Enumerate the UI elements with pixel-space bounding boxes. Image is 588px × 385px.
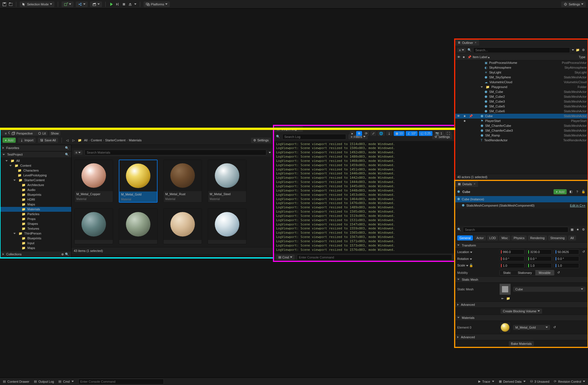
outliner-row[interactable]: ▣PostProcessVolumePostProcessVolur — [455, 60, 588, 65]
outliner-tab[interactable]: ≣ Outliner× — [455, 40, 479, 46]
cb-tree-item[interactable]: 📁Maps — [0, 246, 71, 250]
help-icon[interactable]: ? — [575, 190, 579, 194]
rotation-x-input[interactable]: 0.0 ° — [499, 256, 524, 261]
filter-misc[interactable]: Misc — [499, 235, 510, 241]
close-icon[interactable]: × — [298, 127, 300, 131]
use-selected-icon[interactable]: ⇤ — [501, 297, 505, 301]
add-icon[interactable]: ⊕ — [61, 252, 64, 256]
materials-header[interactable]: Materials — [455, 315, 588, 321]
material-thumb[interactable] — [499, 322, 511, 333]
log-cmd-input[interactable] — [297, 254, 452, 260]
cb-tree-item[interactable]: 📁ThirdPerson — [0, 231, 71, 236]
trace-dropdown[interactable]: ▶ Trace — [478, 380, 494, 383]
location-y-input[interactable]: 3230.0 — [527, 249, 552, 254]
log-search-input[interactable] — [282, 134, 346, 140]
platforms-dropdown[interactable]: Platforms — [144, 1, 170, 7]
cb-add-button[interactable]: + Add — [3, 138, 16, 143]
breadcrumb-item[interactable]: All — [84, 138, 87, 142]
cb-tree-item[interactable]: 📁Characters — [0, 168, 71, 173]
mobility-stationary[interactable]: Stationary — [514, 270, 536, 275]
cb-search-input[interactable] — [85, 150, 266, 155]
breadcrumb[interactable]: All›Content›StarterContent›Materials — [84, 138, 142, 142]
asset-tile[interactable] — [208, 208, 246, 244]
cb-tree-item[interactable]: 📁Input — [0, 241, 71, 246]
pin-col-icon[interactable]: ★ — [462, 55, 467, 59]
scale-z-input[interactable]: 1.0 — [554, 263, 579, 268]
add-content-dropdown[interactable]: + — [62, 1, 74, 7]
cb-tree-item[interactable]: 📁Props — [0, 217, 71, 221]
static-mesh-header[interactable]: Static Mesh — [455, 276, 588, 283]
details-search-input[interactable] — [463, 227, 568, 233]
log-cmd-dropdown[interactable]: ▤ Cmd — [276, 254, 295, 260]
asset-tile[interactable]: M_Metal_SteelMaterial — [208, 160, 246, 203]
cb-tree-item[interactable]: 📁StarterContent — [0, 178, 71, 183]
type-header[interactable]: Type — [579, 55, 585, 59]
surface-snap-icon[interactable]: ⭳ — [386, 131, 393, 136]
edit-in-cpp-link[interactable]: Edit in C++ — [570, 204, 585, 207]
cb-import-button[interactable]: ⭳ Import — [18, 138, 36, 143]
filter-lod[interactable]: LOD — [487, 235, 498, 241]
lit-dropdown[interactable]: Lit — [36, 131, 48, 136]
outliner-row[interactable]: TTextRenderActorTextRenderActor — [455, 138, 588, 142]
browse-to-icon[interactable]: 📁 — [506, 297, 510, 301]
history-back-icon[interactable]: ◁ — [65, 138, 69, 142]
outliner-row[interactable]: ⬢SM_Cube5StaticMeshActor — [455, 104, 588, 109]
cb-tree-item[interactable]: 📁Shapes — [0, 221, 71, 226]
settings-icon[interactable]: ⚙ — [581, 228, 585, 232]
reset-icon[interactable]: ↺ — [557, 271, 561, 275]
lock-icon[interactable]: 🔓 — [581, 190, 585, 194]
cb-tree-item[interactable]: 📁All — [0, 158, 71, 163]
search-icon[interactable]: 🔍 — [65, 153, 69, 156]
cmd-dropdown[interactable]: ▤ Cmd — [58, 380, 74, 383]
cb-tree-item[interactable]: 📁Blueprints — [0, 192, 71, 197]
cinematics-dropdown[interactable] — [90, 1, 102, 7]
asset-tile[interactable]: M_Metal_CopperMaterial — [74, 160, 113, 203]
item-label-header[interactable]: Item Label ▴ — [473, 55, 490, 59]
close-icon[interactable]: × — [474, 182, 475, 186]
rotate-tool-icon[interactable]: ⟳ — [363, 131, 369, 136]
asset-tile[interactable] — [74, 208, 113, 244]
blocking-volume-dropdown[interactable]: Create Blocking Volume — [501, 309, 542, 314]
reset-icon[interactable]: ↺ — [581, 250, 585, 254]
cb-tree-item[interactable]: 📁HDRI — [0, 197, 71, 202]
cb-tree-item[interactable]: 📁Textures — [0, 226, 71, 231]
blueprint-edit-icon[interactable]: ◧ — [569, 190, 573, 194]
cb-tree-item[interactable]: 📁Audio — [0, 188, 71, 192]
angle-snap-toggle[interactable]: ∠ 10° — [406, 131, 418, 136]
cb-tree-item[interactable]: 📁Content — [0, 163, 71, 168]
star-icon[interactable]: ★ — [576, 228, 580, 232]
coord-space-icon[interactable]: 🌐 — [377, 131, 385, 136]
chevron-down-icon[interactable] — [466, 265, 468, 266]
cb-tree-item[interactable]: 📁Blueprints — [0, 236, 71, 241]
filter-all[interactable]: All — [568, 235, 576, 241]
blueprint-dropdown[interactable] — [76, 1, 88, 7]
search-icon[interactable]: 🔍 — [65, 146, 69, 150]
grid-snap-toggle[interactable]: ▦ 10 — [394, 131, 405, 136]
cb-filter-dropdown[interactable]: ≡ — [74, 150, 82, 155]
asset-tile[interactable]: M_Metal_RustMaterial — [163, 160, 202, 203]
cb-save-all-button[interactable]: 🖫 Save All — [38, 138, 58, 143]
filter-actor[interactable]: Actor — [474, 235, 486, 241]
outliner-row[interactable]: ⬢SM_RampStaticMeshActor — [455, 133, 588, 138]
perspective-dropdown[interactable]: Perspective — [10, 131, 34, 136]
folder-nav-icon[interactable]: 📁 — [78, 138, 82, 142]
content-drawer-button[interactable]: ▤ Content Drawer — [3, 380, 29, 383]
cb-tree-item[interactable]: 📁Particles — [0, 212, 71, 217]
maximize-icon[interactable]: ⛶ — [445, 131, 452, 136]
status-cmd-input[interactable] — [78, 379, 164, 384]
instance-label[interactable]: Cube (Instance) — [462, 197, 484, 201]
advanced-header[interactable]: Advanced — [455, 302, 588, 308]
show-dropdown[interactable]: Show — [49, 131, 61, 136]
reset-icon[interactable]: ↺ — [552, 325, 556, 329]
breadcrumb-item[interactable]: Materials — [129, 138, 142, 142]
cb-favorites-header[interactable]: Favorites🔍 — [0, 145, 71, 151]
lock-icon[interactable]: 🔓 — [469, 264, 473, 267]
breadcrumb-item[interactable]: StarterContent — [105, 138, 126, 142]
outliner-row[interactable]: ⬢SM_CubeStaticMeshActor — [455, 89, 588, 94]
asset-tile[interactable]: M_Metal_GoldMaterial — [119, 160, 158, 203]
outliner-row[interactable]: ⬢SM_SkySphereStaticMeshActor — [455, 75, 588, 80]
outliner-row[interactable]: ⬢SM_ChamferCubeStaticMeshActor — [455, 123, 588, 128]
scale-y-input[interactable]: 1.0 — [527, 263, 552, 268]
location-x-input[interactable]: 990.0 — [499, 249, 524, 254]
outliner-row[interactable]: ◐SkyAtmosphereSkyAtmosphere — [455, 65, 588, 70]
